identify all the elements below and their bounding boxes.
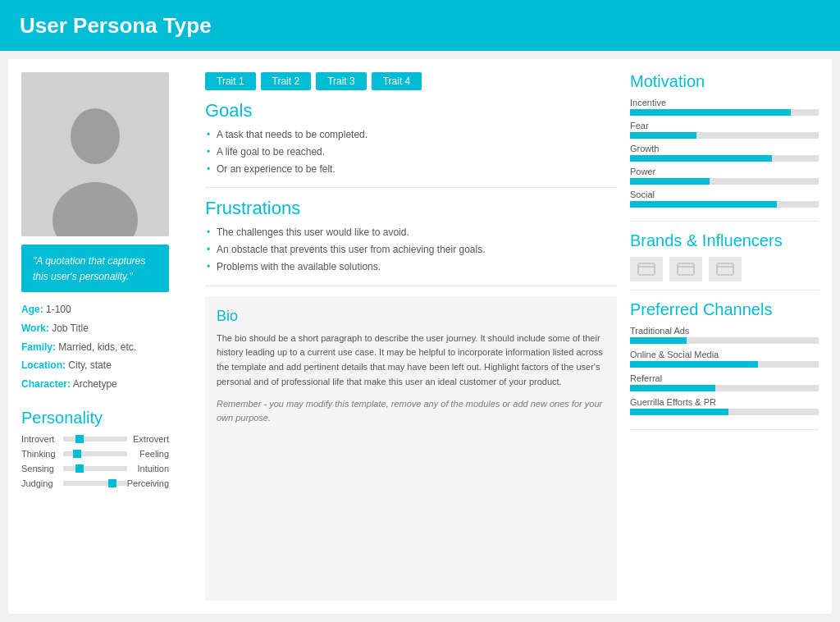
goals-title: Goals xyxy=(205,100,617,121)
brands-section: Brands & Influencers xyxy=(630,231,819,290)
personality-indicator xyxy=(108,479,116,487)
svg-rect-6 xyxy=(717,263,733,275)
page-wrapper: User Persona Type "A quotation that capt… xyxy=(0,0,840,622)
motivation-fill xyxy=(630,132,696,139)
personality-track xyxy=(63,437,127,441)
goals-list: A task that needs to be completed.A life… xyxy=(205,128,617,176)
frustrations-list: The challenges this user would like to a… xyxy=(205,226,617,273)
quote-text: "A quotation that captures this user's p… xyxy=(33,255,145,282)
motivation-fill xyxy=(630,155,772,162)
channel-fill xyxy=(630,409,728,415)
main-content: "A quotation that captures this user's p… xyxy=(8,59,832,614)
svg-rect-2 xyxy=(638,263,655,275)
location-value: City, state xyxy=(68,359,111,371)
motivation-section: Motivation Incentive Fear Growth Power S… xyxy=(630,72,819,222)
channel-row-1: Traditional Ads xyxy=(630,326,819,344)
goal-item-1: A task that needs to be completed. xyxy=(205,128,617,142)
header: User Persona Type xyxy=(0,0,840,51)
personality-row-1: Thinking Feeling xyxy=(21,449,169,459)
channel-track xyxy=(630,337,819,344)
frustration-item-2: An obstacle that prevents this user from… xyxy=(205,243,617,257)
bio-box: Bio The bio should be a short paragraph … xyxy=(205,296,617,601)
family-label: Family: xyxy=(21,341,56,353)
goal-item-2: A life goal to be reached. xyxy=(205,145,617,159)
channels-title: Preferred Channels xyxy=(630,300,819,319)
motivation-label: Power xyxy=(630,167,819,176)
right-column: Motivation Incentive Fear Growth Power S… xyxy=(630,72,819,601)
personality-row-0: Introvert Extrovert xyxy=(21,434,169,444)
channel-label: Referral xyxy=(630,373,819,383)
channel-track xyxy=(630,361,819,368)
channel-fill xyxy=(630,337,687,344)
personality-left-label: Judging xyxy=(21,478,63,488)
motivation-row-3: Growth xyxy=(630,144,819,162)
left-column: "A quotation that captures this user's p… xyxy=(21,72,185,601)
personality-indicator xyxy=(73,450,81,458)
motivation-bars: Incentive Fear Growth Power Social xyxy=(630,98,819,208)
location-label: Location: xyxy=(21,359,66,371)
bio-title: Bio xyxy=(217,308,605,325)
trait-badge-2: Trait 2 xyxy=(261,72,312,90)
motivation-track xyxy=(630,201,819,208)
frustration-item-1: The challenges this user would like to a… xyxy=(205,226,617,240)
personality-left-label: Thinking xyxy=(21,449,63,459)
motivation-row-1: Incentive xyxy=(630,98,819,116)
frustrations-section: Frustrations The challenges this user wo… xyxy=(205,198,617,286)
motivation-label: Fear xyxy=(630,121,819,130)
frustration-item-3: Problems with the available solutions. xyxy=(205,260,617,274)
personality-track xyxy=(63,466,127,471)
personality-right-label: Intuition xyxy=(127,464,169,473)
motivation-row-5: Social xyxy=(630,190,819,208)
motivation-label: Incentive xyxy=(630,98,819,107)
personality-track xyxy=(63,481,127,486)
avatar xyxy=(21,72,169,236)
goal-item-3: Or an experience to be felt. xyxy=(205,162,617,176)
channel-fill xyxy=(630,385,715,391)
personality-indicator xyxy=(75,435,84,443)
middle-column: Trait 1Trait 2Trait 3Trait 4 Goals A tas… xyxy=(199,72,617,601)
frustrations-title: Frustrations xyxy=(205,198,617,219)
motivation-row-2: Fear xyxy=(630,121,819,139)
brand-icon-2 xyxy=(669,257,702,281)
channel-bars: Traditional Ads Online & Social Media Re… xyxy=(630,326,819,415)
channel-track xyxy=(630,385,819,391)
age-value: 1-100 xyxy=(46,304,71,315)
work-label: Work: xyxy=(21,322,49,334)
motivation-label: Growth xyxy=(630,144,819,153)
traits-row: Trait 1Trait 2Trait 3Trait 4 xyxy=(205,72,617,90)
brand-icons xyxy=(630,257,819,281)
bio-text: The bio should be a short paragraph to d… xyxy=(217,332,605,389)
svg-point-1 xyxy=(52,182,138,236)
persona-details: Age: 1-100 Work: Job Title Family: Marri… xyxy=(21,300,169,394)
quote-box: "A quotation that captures this user's p… xyxy=(21,245,169,292)
work-value: Job Title xyxy=(52,322,89,334)
personality-rows: Introvert Extrovert Thinking Feeling Sen… xyxy=(21,434,169,488)
motivation-track xyxy=(630,109,819,116)
personality-right-label: Perceiving xyxy=(127,478,169,488)
channel-label: Guerrilla Efforts & PR xyxy=(630,397,819,407)
personality-row-3: Judging Perceiving xyxy=(21,478,169,488)
channel-row-4: Guerrilla Efforts & PR xyxy=(630,397,819,415)
bio-note: Remember - you may modify this template,… xyxy=(217,397,605,424)
personality-right-label: Feeling xyxy=(127,449,169,459)
channels-section: Preferred Channels Traditional Ads Onlin… xyxy=(630,300,819,430)
personality-indicator xyxy=(75,464,84,473)
channel-label: Online & Social Media xyxy=(630,350,819,359)
svg-rect-4 xyxy=(678,263,694,275)
motivation-track xyxy=(630,178,819,185)
motivation-track xyxy=(630,132,819,139)
motivation-fill xyxy=(630,109,791,116)
motivation-label: Social xyxy=(630,190,819,199)
personality-section: Personality Introvert Extrovert Thinking… xyxy=(21,409,169,493)
personality-left-label: Sensing xyxy=(21,464,63,473)
personality-track xyxy=(63,451,127,456)
character-label: Character: xyxy=(21,378,71,390)
personality-title: Personality xyxy=(21,409,169,428)
brands-title: Brands & Influencers xyxy=(630,231,819,250)
personality-right-label: Extrovert xyxy=(127,434,169,444)
brand-icon-3 xyxy=(709,257,742,281)
trait-badge-3: Trait 3 xyxy=(316,72,367,90)
motivation-row-4: Power xyxy=(630,167,819,185)
channel-track xyxy=(630,409,819,415)
character-value: Archetype xyxy=(73,378,117,390)
